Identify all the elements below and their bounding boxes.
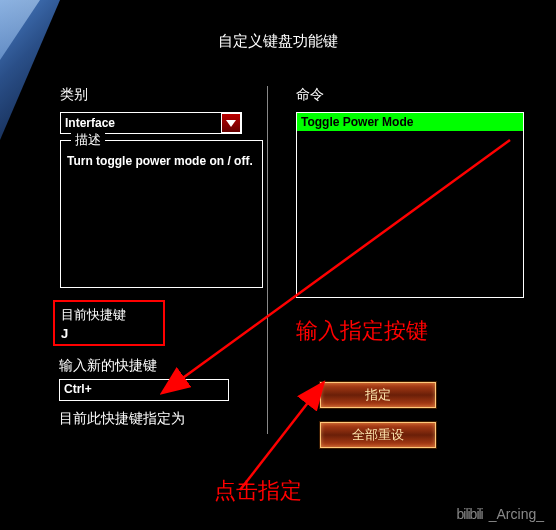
divider <box>267 86 268 434</box>
annotation-click-assign: 点击指定 <box>214 476 302 506</box>
category-value: Interface <box>65 116 115 130</box>
watermark-user: _Arcing_ <box>489 506 544 522</box>
svg-marker-0 <box>226 120 236 127</box>
description-fieldset: 描述 Turn toggle power mode on / off. <box>60 140 263 288</box>
current-key-value: J <box>61 326 157 341</box>
dialog-title: 自定义键盘功能键 <box>0 32 556 51</box>
new-key-section: 输入新的快捷键 Ctrl+ <box>59 357 229 401</box>
annotation-input-key: 输入指定按键 <box>296 316 428 346</box>
bilibili-logo: bilibili <box>457 506 483 522</box>
category-panel: 类别 Interface 描述 Turn toggle power mode o… <box>60 86 260 288</box>
watermark: bilibili _Arcing_ <box>457 506 545 522</box>
current-key-label: 目前快捷键 <box>61 306 157 324</box>
chevron-down-icon[interactable] <box>221 113 241 133</box>
category-label: 类别 <box>60 86 260 104</box>
command-listbox[interactable]: Toggle Power Mode <box>296 112 524 298</box>
description-legend: 描述 <box>71 131 105 149</box>
current-key-highlight: 目前快捷键 J <box>53 300 165 346</box>
new-key-input[interactable]: Ctrl+ <box>59 379 229 401</box>
reset-all-button[interactable]: 全部重设 <box>320 422 436 448</box>
assign-button[interactable]: 指定 <box>320 382 436 408</box>
assigned-to-label: 目前此快捷键指定为 <box>59 410 185 428</box>
description-text: Turn toggle power mode on / off. <box>67 149 256 170</box>
command-item-selected[interactable]: Toggle Power Mode <box>297 113 523 131</box>
new-key-label: 输入新的快捷键 <box>59 357 229 375</box>
command-label: 命令 <box>296 86 516 104</box>
command-panel: 命令 Toggle Power Mode <box>296 86 516 298</box>
